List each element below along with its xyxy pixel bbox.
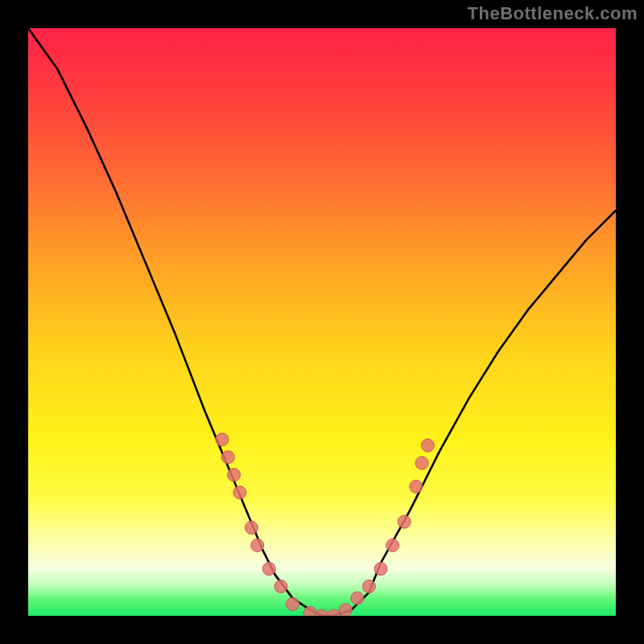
- curve-marker: [374, 563, 387, 576]
- curve-marker: [316, 609, 328, 616]
- curve-markers: [216, 433, 435, 616]
- curve-marker: [328, 609, 341, 616]
- curve-marker: [262, 563, 275, 576]
- curve-marker: [275, 580, 287, 593]
- curve-marker: [362, 580, 375, 593]
- curve-marker: [303, 606, 316, 616]
- curve-marker: [415, 456, 428, 469]
- curve-marker: [228, 469, 241, 481]
- curve-marker: [251, 539, 264, 551]
- curve-marker: [410, 480, 423, 493]
- chart-overlay: [28, 28, 616, 616]
- curve-marker: [216, 433, 229, 446]
- curve-marker: [351, 592, 364, 605]
- curve-marker: [233, 486, 246, 499]
- curve-marker: [398, 515, 411, 528]
- plot-area: [28, 28, 616, 616]
- curve-marker: [421, 439, 434, 452]
- curve-marker: [386, 539, 399, 551]
- curve-marker: [287, 597, 299, 610]
- bottleneck-curve: [28, 28, 616, 616]
- watermark-text: TheBottleneck.com: [468, 3, 638, 24]
- chart-stage: TheBottleneck.com: [0, 0, 644, 644]
- curve-marker: [339, 604, 352, 616]
- curve-marker: [221, 451, 234, 464]
- curve-marker: [245, 522, 258, 535]
